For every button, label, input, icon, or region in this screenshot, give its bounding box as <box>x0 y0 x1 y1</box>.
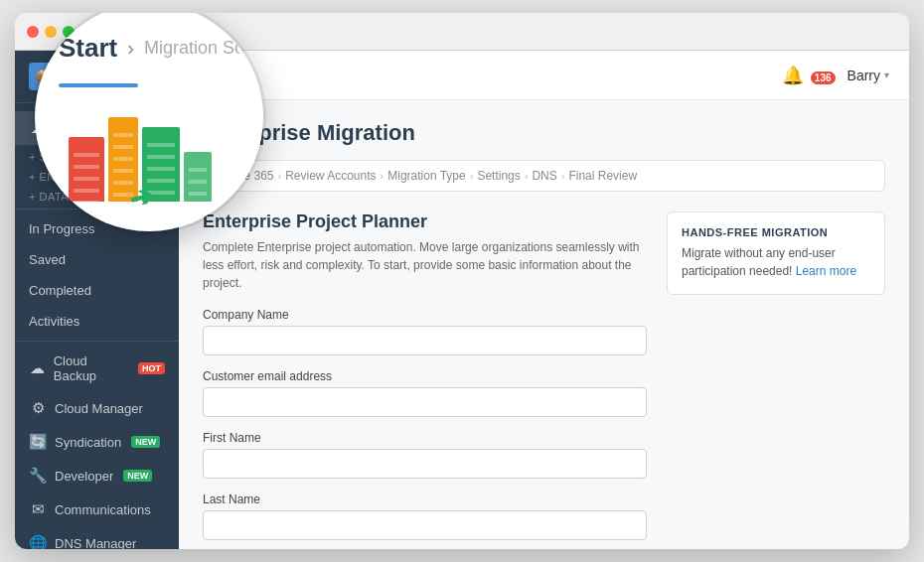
sidebar-item-cloud-backup[interactable]: ☁ Cloud Backup HOT <box>15 346 179 391</box>
top-header: 🔔 136 Barry ▾ <box>179 51 909 100</box>
sidebar-item-dns-manager-label: DNS Manager <box>55 536 136 550</box>
header-right: 🔔 136 Barry ▾ <box>782 65 889 86</box>
syndication-new-badge: NEW <box>131 436 160 448</box>
sidebar-item-developer[interactable]: 🔧 Developer NEW <box>15 459 179 492</box>
sidebar-item-cloud-manager-label: Cloud Manager <box>55 401 143 416</box>
sidebar-item-saved-label: Saved <box>29 252 66 267</box>
magnifier-progress-bar <box>59 83 138 87</box>
user-name: Barry <box>847 68 880 83</box>
developer-new-badge: NEW <box>123 470 152 482</box>
step-arrow-1: › <box>277 170 281 182</box>
chevron-down-icon: ▾ <box>884 70 889 80</box>
sidebar-item-syndication-label: Syndication <box>55 435 121 450</box>
hot-badge: HOT <box>138 362 165 374</box>
form-title: Enterprise Project Planner <box>203 211 647 232</box>
email-label: Customer email address <box>203 369 647 383</box>
form-description: Complete Enterprise project automation. … <box>203 238 647 292</box>
step-review-accounts[interactable]: Review Accounts <box>285 169 376 183</box>
step-review-accounts-label: Review Accounts <box>285 169 376 183</box>
page-title: Enterprise Migration <box>203 120 885 146</box>
step-migration-type-label: Migration Type <box>387 169 466 183</box>
content-area: Enterprise Migration Office 365 › Review… <box>179 100 909 549</box>
magnifier-content: Start › Migration Sou ➔ <box>35 13 263 231</box>
user-menu[interactable]: Barry ▾ <box>847 68 889 83</box>
steps-bar: Office 365 › Review Accounts › Migration… <box>203 160 885 192</box>
cloud-backup-icon: ☁ <box>29 359 46 377</box>
lastname-label: Last Name <box>203 492 647 506</box>
sidebar-item-activities[interactable]: Activities <box>15 306 179 337</box>
email-input[interactable] <box>203 387 647 417</box>
step-arrow-4: › <box>525 170 529 182</box>
sidebar-item-developer-label: Developer <box>55 469 113 484</box>
step-migration-type[interactable]: Migration Type <box>387 169 466 183</box>
sidebar-item-dns-manager[interactable]: 🌐 DNS Manager <box>15 526 179 549</box>
info-card: HANDS-FREE MIGRATION Migrate without any… <box>667 211 885 295</box>
cloud-manager-icon: ⚙ <box>29 399 47 417</box>
step-arrow-2: › <box>381 170 385 182</box>
lastname-input[interactable] <box>203 510 647 540</box>
bell-icon: 🔔 <box>782 66 804 85</box>
step-dns-label: DNS <box>532 169 556 183</box>
form-container: Enterprise Project Planner Complete Ente… <box>203 211 885 549</box>
sidebar-item-completed[interactable]: Completed <box>15 275 179 306</box>
magnifier-migration-label: Migration Sou <box>144 38 239 59</box>
building-4 <box>184 152 212 202</box>
form-group-company: Company Name <box>203 308 647 355</box>
building-1 <box>69 137 104 202</box>
step-dns[interactable]: DNS <box>532 169 556 183</box>
dns-manager-icon: 🌐 <box>29 534 47 549</box>
notification-count: 136 <box>811 71 836 84</box>
step-settings[interactable]: Settings <box>477 169 520 183</box>
company-name-input[interactable] <box>203 326 647 355</box>
step-settings-label: Settings <box>477 169 520 183</box>
sidebar-item-cloud-manager[interactable]: ⚙ Cloud Manager <box>15 391 179 425</box>
firstname-label: First Name <box>203 431 647 445</box>
close-dot[interactable] <box>27 26 39 38</box>
sidebar-item-saved[interactable]: Saved <box>15 244 179 275</box>
form-left: Enterprise Project Planner Complete Ente… <box>203 211 647 549</box>
notification-bell[interactable]: 🔔 136 <box>782 65 835 86</box>
magnifier-overlay: Start › Migration Sou ➔ <box>35 13 263 231</box>
magnifier-start-label: Start <box>59 33 117 64</box>
form-group-email: Customer email address <box>203 369 647 417</box>
info-card-title: HANDS-FREE MIGRATION <box>682 226 870 238</box>
sidebar-item-communications[interactable]: ✉ Communications <box>15 492 179 526</box>
step-final-review-label: Final Review <box>568 169 637 183</box>
step-final-review[interactable]: Final Review <box>568 169 637 183</box>
sidebar-item-activities-label: Activities <box>29 314 79 329</box>
step-arrow-3: › <box>470 170 474 182</box>
firstname-input[interactable] <box>203 449 647 479</box>
main-area: 🔔 136 Barry ▾ Enterprise Migration Offic… <box>179 51 909 549</box>
info-card-link[interactable]: Learn more <box>796 264 856 278</box>
minimize-dot[interactable] <box>45 26 57 38</box>
syndication-icon: 🔄 <box>29 433 47 451</box>
sidebar-divider-2 <box>15 341 179 342</box>
company-name-label: Company Name <box>203 308 647 322</box>
developer-icon: 🔧 <box>29 467 47 485</box>
sidebar-item-completed-label: Completed <box>29 283 91 298</box>
magnifier-breadcrumb: Start › Migration Sou <box>59 33 239 64</box>
form-right: HANDS-FREE MIGRATION Migrate without any… <box>667 211 885 549</box>
form-header: Enterprise Project Planner Complete Ente… <box>203 211 647 292</box>
communications-icon: ✉ <box>29 500 47 518</box>
step-arrow-5: › <box>561 170 565 182</box>
sidebar-item-inprogress-label: In Progress <box>29 221 94 236</box>
magnifier-arrow-icon: › <box>127 37 134 60</box>
form-group-firstname: First Name <box>203 431 647 479</box>
info-card-text: Migrate without any end-user participati… <box>682 244 870 280</box>
sidebar-item-cloud-backup-label: Cloud Backup <box>54 353 128 383</box>
form-group-lastname: Last Name <box>203 492 647 540</box>
sidebar-item-communications-label: Communications <box>55 502 151 517</box>
sidebar-item-syndication[interactable]: 🔄 Syndication NEW <box>15 425 179 459</box>
